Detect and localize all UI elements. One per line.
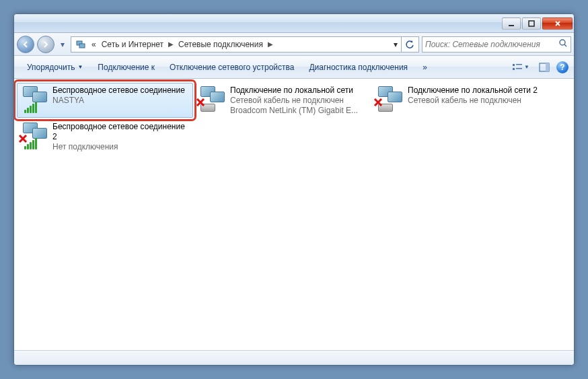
breadcrumb-connections[interactable]: Сетевые подключения [176, 37, 266, 52]
address-dropdown[interactable]: ▾ [389, 37, 401, 52]
svg-rect-3 [79, 44, 85, 48]
back-button[interactable] [17, 36, 34, 53]
organize-button[interactable]: Упорядочить ▼ [20, 59, 90, 75]
connect-to-button[interactable]: Подключение к [90, 59, 162, 75]
connection-device: Broadcom NetLink (TM) Gigabit E... [230, 106, 367, 116]
close-button[interactable] [542, 18, 573, 30]
svg-rect-6 [513, 68, 515, 70]
organize-label: Упорядочить [27, 63, 75, 72]
nav-history-dropdown[interactable]: ▾ [57, 37, 68, 52]
preview-pane-button[interactable] [535, 59, 554, 76]
svg-rect-10 [546, 63, 549, 71]
views-button[interactable]: ▼ [507, 59, 535, 76]
connection-text: Беспроводное сетевое соединение NASTYA [52, 85, 190, 106]
connection-item-lan-2[interactable]: Подключение по локальной сети 2 Сетевой … [372, 83, 548, 118]
forward-button[interactable] [37, 36, 54, 53]
search-input[interactable] [425, 40, 558, 49]
diagnose-button[interactable]: Диагностика подключения [301, 59, 415, 75]
diagnose-label: Диагностика подключения [309, 63, 408, 72]
connection-status: NASTYA [52, 96, 190, 106]
refresh-button[interactable] [401, 37, 417, 52]
connection-text: Беспроводное сетевое соединение 2 Нет по… [52, 121, 190, 152]
breadcrumb-sep0[interactable]: « [89, 37, 99, 52]
svg-point-4 [560, 40, 565, 45]
connection-text: Подключение по локальной сети 2 Сетевой … [408, 85, 545, 106]
connection-status: Сетевой кабель не подключен [408, 96, 545, 106]
chevron-down-icon: ▼ [77, 64, 83, 70]
toolbar-overflow[interactable]: » [415, 59, 435, 75]
navbar: ▾ « Сеть и Интернет ▶ Сетевые подключени… [14, 33, 574, 56]
address-bar[interactable]: « Сеть и Интернет ▶ Сетевые подключения … [71, 36, 419, 53]
svg-rect-0 [509, 25, 514, 26]
help-button[interactable]: ? [556, 61, 568, 73]
svg-rect-1 [529, 21, 534, 26]
connection-text: Подключение по локальной сети Сетевой ка… [230, 85, 367, 116]
minimize-button[interactable] [502, 18, 521, 30]
connection-name: Подключение по локальной сети 2 [408, 85, 545, 96]
chevron-right-icon[interactable]: ▶ [166, 40, 176, 48]
svg-rect-8 [516, 68, 522, 69]
disable-device-button[interactable]: Отключение сетевого устройства [162, 59, 301, 75]
connection-item-wireless-2[interactable]: Беспроводное сетевое соединение 2 Нет по… [17, 119, 193, 154]
search-icon[interactable] [558, 38, 568, 50]
wireless-disconnected-icon [20, 121, 50, 151]
search-box[interactable] [422, 36, 571, 53]
lan-disconnected-icon [198, 85, 227, 114]
chevron-right-icon[interactable]: ▶ [266, 40, 275, 48]
network-icon [75, 38, 87, 50]
lan-disconnected-icon [375, 85, 405, 114]
disable-label: Отключение сетевого устройства [170, 63, 294, 72]
toolbar: Упорядочить ▼ Подключение к Отключение с… [14, 56, 574, 79]
titlebar [14, 14, 574, 33]
connection-name: Беспроводное сетевое соединение [52, 85, 190, 96]
connection-name: Подключение по локальной сети [230, 85, 367, 96]
connection-item-lan-1[interactable]: Подключение по локальной сети Сетевой ка… [194, 83, 371, 118]
content-area[interactable]: Беспроводное сетевое соединение NASTYA П… [14, 79, 574, 350]
connect-label: Подключение к [98, 63, 155, 72]
breadcrumb-network[interactable]: Сеть и Интернет [99, 37, 166, 52]
connection-name: Беспроводное сетевое соединение 2 [52, 122, 190, 142]
explorer-window: ▾ « Сеть и Интернет ▶ Сетевые подключени… [13, 13, 575, 366]
svg-rect-7 [516, 64, 522, 65]
wireless-connected-icon [20, 85, 50, 114]
svg-rect-5 [513, 64, 515, 66]
maximize-button[interactable] [522, 18, 541, 30]
connection-item-wireless-1[interactable]: Беспроводное сетевое соединение NASTYA [17, 83, 193, 118]
connection-status: Нет подключения [52, 142, 190, 152]
connection-status: Сетевой кабель не подключен [230, 96, 367, 106]
status-bar [14, 350, 574, 365]
